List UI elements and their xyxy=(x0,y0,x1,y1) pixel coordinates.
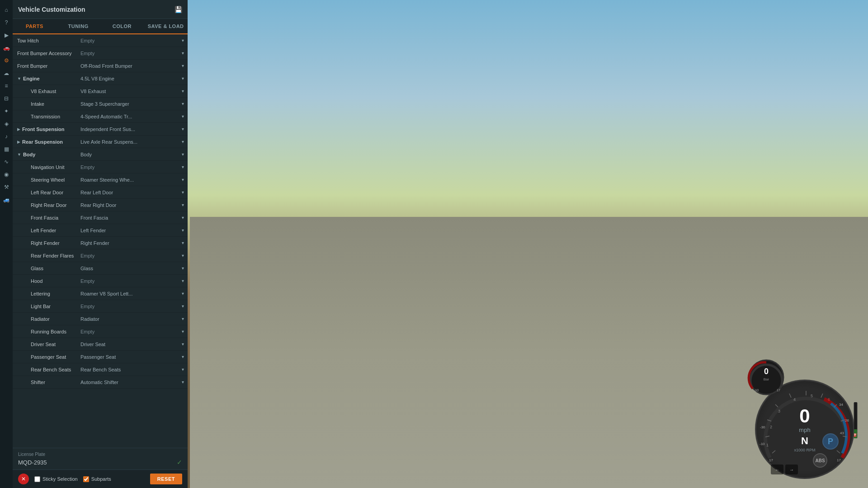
nav-arrows[interactable]: ← → xyxy=(771,465,798,474)
part-row[interactable]: Intake Stage 3 Supercharger▾ xyxy=(13,98,188,110)
dropdown-arrow[interactable]: ▾ xyxy=(182,215,184,220)
dropdown-arrow[interactable]: ▾ xyxy=(182,316,184,321)
dropdown-arrow[interactable]: ▾ xyxy=(182,177,184,182)
sidebar-icon-wrench[interactable]: ⚒ xyxy=(1,182,12,192)
part-row[interactable]: Tow Hitch Empty▾ xyxy=(13,34,188,47)
license-plate-input[interactable] xyxy=(18,459,173,466)
part-name-text: Right Fender xyxy=(31,240,60,246)
sidebar-icon-camera[interactable]: ◉ xyxy=(1,169,12,180)
sidebar-icon-question[interactable]: ? xyxy=(1,17,12,28)
dropdown-arrow[interactable]: ▾ xyxy=(182,240,184,245)
dropdown-arrow[interactable]: ▾ xyxy=(182,304,184,309)
sticky-selection-checkbox[interactable]: Sticky Selection xyxy=(34,476,78,482)
sidebar-icon-sound[interactable]: ♪ xyxy=(1,131,12,142)
part-row[interactable]: Rear Bench Seats Rear Bench Seats▾ xyxy=(13,363,188,376)
dropdown-arrow[interactable]: ▾ xyxy=(182,127,184,131)
panel-header: Vehicle Customization 💾 xyxy=(13,0,188,19)
subparts-checkbox[interactable]: Subparts xyxy=(83,476,111,482)
part-row[interactable]: ▼ Engine 4.5L V8 Engine▾ xyxy=(13,72,188,85)
svg-line-1 xyxy=(821,394,823,398)
dropdown-arrow[interactable]: ▾ xyxy=(182,51,184,56)
part-row[interactable]: Right Fender Right Fender▾ xyxy=(13,237,188,249)
part-row[interactable]: Running Boards Empty▾ xyxy=(13,325,188,338)
part-row[interactable]: Hood Empty▾ xyxy=(13,275,188,287)
part-row[interactable]: Front Fascia Front Fascia▾ xyxy=(13,211,188,224)
tab-tuning[interactable]: TUNING xyxy=(57,19,100,34)
part-row[interactable]: Passenger Seat Passenger Seat▾ xyxy=(13,351,188,363)
save-icon[interactable]: 💾 xyxy=(175,6,182,13)
part-row[interactable]: Lettering Roamer V8 Sport Lett...▾ xyxy=(13,287,188,300)
part-row[interactable]: V8 Exhaust V8 Exhaust▾ xyxy=(13,85,188,98)
sidebar-icon-sliders[interactable]: ⊟ xyxy=(1,93,12,104)
dropdown-arrow[interactable]: ▾ xyxy=(182,354,184,359)
part-name-text: Left Fender xyxy=(31,228,56,233)
part-row[interactable]: Left Fender Left Fender▾ xyxy=(13,224,188,237)
part-row[interactable]: ▶ Front Suspension Independent Front Sus… xyxy=(13,123,188,136)
subparts-checkbox-input[interactable] xyxy=(83,476,89,482)
sidebar-icon-settings[interactable]: ⚙ xyxy=(1,55,12,66)
dropdown-arrow[interactable]: ▾ xyxy=(182,266,184,271)
sidebar-icon-home[interactable]: ⌂ xyxy=(1,5,12,15)
dropdown-arrow[interactable]: ▾ xyxy=(182,89,184,94)
sidebar-icon-vehicle[interactable]: 🚙 xyxy=(1,194,12,205)
sidebar-icon-graph[interactable]: ▦ xyxy=(1,144,12,155)
svg-text:0: 0 xyxy=(764,367,769,376)
dropdown-arrow[interactable]: ▾ xyxy=(182,228,184,233)
sidebar-icon-cloud[interactable]: ☁ xyxy=(1,68,12,79)
part-row[interactable]: Shifter Automatic Shifter▾ xyxy=(13,376,188,389)
dropdown-arrow[interactable]: ▾ xyxy=(182,114,184,119)
dropdown-arrow[interactable]: ▾ xyxy=(182,278,184,283)
part-row[interactable]: Right Rear Door Rear Right Door▾ xyxy=(13,199,188,211)
dropdown-arrow[interactable]: ▾ xyxy=(182,342,184,347)
part-row[interactable]: Front Bumper Accessory Empty▾ xyxy=(13,47,188,60)
dropdown-arrow[interactable]: ▾ xyxy=(182,380,184,385)
part-row[interactable]: Left Rear Door Rear Left Door▾ xyxy=(13,186,188,199)
nav-left-arrow[interactable]: ← xyxy=(771,465,783,474)
dropdown-arrow[interactable]: ▾ xyxy=(182,38,184,43)
dropdown-arrow[interactable]: ▾ xyxy=(182,164,184,169)
part-row[interactable]: Steering Wheel Roamer Steering Whe...▾ xyxy=(13,174,188,186)
dropdown-arrow[interactable]: ▾ xyxy=(182,190,184,195)
part-row[interactable]: Front Bumper Off-Road Front Bumper▾ xyxy=(13,60,188,72)
part-name-text: Radiator xyxy=(31,316,50,322)
dropdown-arrow[interactable]: ▾ xyxy=(182,329,184,334)
part-row[interactable]: Rear Fender Flares Empty▾ xyxy=(13,249,188,262)
sidebar-panel: ⌂ ? ▶ 🚗 ⚙ ☁ ≡ ⊟ ✦ ◈ ♪ ▦ ∿ ◉ ⚒ 🚙 Vehicle … xyxy=(0,0,188,488)
part-row[interactable]: ▶ Rear Suspension Live Axle Rear Suspens… xyxy=(13,136,188,148)
nav-right-arrow[interactable]: → xyxy=(785,465,798,474)
part-row[interactable]: Navigation Unit Empty▾ xyxy=(13,161,188,174)
dropdown-arrow[interactable]: ▾ xyxy=(182,139,184,144)
sidebar-icon-document[interactable]: ≡ xyxy=(1,80,12,91)
part-row[interactable]: Transmission 4-Speed Automatic Tr...▾ xyxy=(13,110,188,123)
license-confirm-icon[interactable]: ✓ xyxy=(177,459,182,466)
part-value-text: 4.5L V8 Engine xyxy=(80,76,180,81)
dropdown-arrow[interactable]: ▾ xyxy=(182,202,184,207)
part-row[interactable]: Glass Glass▾ xyxy=(13,262,188,275)
dropdown-arrow[interactable]: ▾ xyxy=(182,367,184,372)
dropdown-arrow[interactable]: ▾ xyxy=(182,76,184,81)
dropdown-arrow[interactable]: ▾ xyxy=(182,63,184,68)
dropdown-arrow[interactable]: ▾ xyxy=(182,253,184,258)
part-name-text: Rear Bench Seats xyxy=(31,367,71,372)
reset-button[interactable]: RESET xyxy=(150,474,182,484)
svg-text:26: 26 xyxy=(845,418,849,422)
part-row[interactable]: ▼ Body Body▾ xyxy=(13,148,188,161)
dropdown-arrow[interactable]: ▾ xyxy=(182,152,184,157)
part-name-text: Tow Hitch xyxy=(17,38,39,43)
sidebar-icon-nodes[interactable]: ✦ xyxy=(1,106,12,117)
dropdown-arrow[interactable]: ▾ xyxy=(182,291,184,296)
tab-parts[interactable]: PARTS xyxy=(13,19,57,34)
sidebar-icon-play[interactable]: ▶ xyxy=(1,30,12,41)
sidebar-icon-car[interactable]: 🚗 xyxy=(1,42,12,53)
dropdown-arrow[interactable]: ▾ xyxy=(182,101,184,106)
sidebar-icon-wave[interactable]: ∿ xyxy=(1,156,12,167)
close-button[interactable]: ✕ xyxy=(18,474,29,484)
sticky-checkbox-input[interactable] xyxy=(34,476,40,482)
part-row[interactable]: Light Bar Empty▾ xyxy=(13,300,188,313)
part-row[interactable]: Driver Seat Driver Seat▾ xyxy=(13,338,188,351)
part-value-text: Stage 3 Supercharger xyxy=(80,101,180,107)
sidebar-icon-cog[interactable]: ◈ xyxy=(1,118,12,129)
tab-save-load[interactable]: SAVE & LOAD xyxy=(144,19,188,34)
part-row[interactable]: Radiator Radiator▾ xyxy=(13,313,188,325)
tab-color[interactable]: COLOR xyxy=(100,19,144,34)
